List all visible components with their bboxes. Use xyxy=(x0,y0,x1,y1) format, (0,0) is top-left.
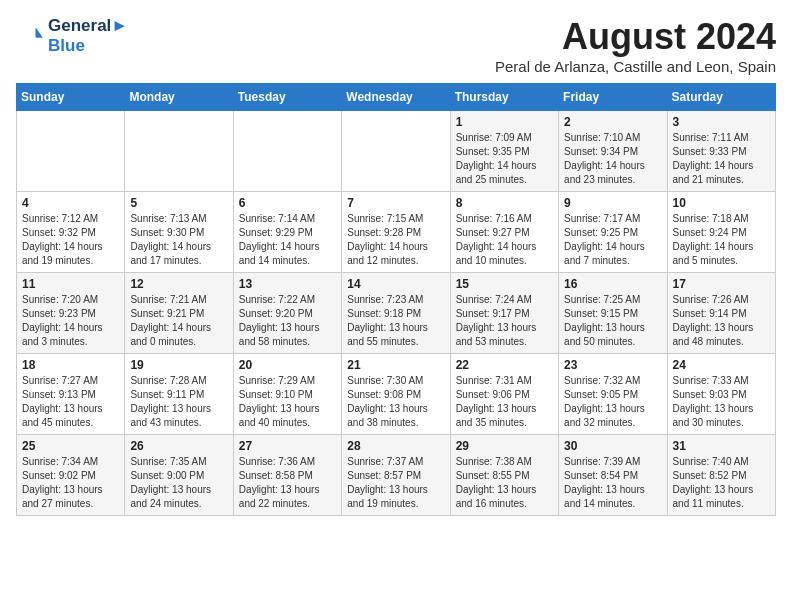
calendar-day: 7Sunrise: 7:15 AM Sunset: 9:28 PM Daylig… xyxy=(342,192,450,273)
day-number: 13 xyxy=(239,277,336,291)
calendar-day: 20Sunrise: 7:29 AM Sunset: 9:10 PM Dayli… xyxy=(233,354,341,435)
day-number: 28 xyxy=(347,439,444,453)
day-info: Sunrise: 7:22 AM Sunset: 9:20 PM Dayligh… xyxy=(239,293,336,349)
day-number: 5 xyxy=(130,196,227,210)
column-header-friday: Friday xyxy=(559,84,667,111)
day-number: 14 xyxy=(347,277,444,291)
page-header: General► Blue August 2024 Peral de Arlan… xyxy=(16,16,776,75)
day-info: Sunrise: 7:18 AM Sunset: 9:24 PM Dayligh… xyxy=(673,212,770,268)
day-info: Sunrise: 7:12 AM Sunset: 9:32 PM Dayligh… xyxy=(22,212,119,268)
column-header-wednesday: Wednesday xyxy=(342,84,450,111)
day-number: 26 xyxy=(130,439,227,453)
column-header-monday: Monday xyxy=(125,84,233,111)
column-header-tuesday: Tuesday xyxy=(233,84,341,111)
day-info: Sunrise: 7:36 AM Sunset: 8:58 PM Dayligh… xyxy=(239,455,336,511)
day-number: 25 xyxy=(22,439,119,453)
calendar-day: 16Sunrise: 7:25 AM Sunset: 9:15 PM Dayli… xyxy=(559,273,667,354)
logo-text: General► Blue xyxy=(48,16,128,56)
calendar-day: 2Sunrise: 7:10 AM Sunset: 9:34 PM Daylig… xyxy=(559,111,667,192)
calendar-week-4: 18Sunrise: 7:27 AM Sunset: 9:13 PM Dayli… xyxy=(17,354,776,435)
calendar-day: 13Sunrise: 7:22 AM Sunset: 9:20 PM Dayli… xyxy=(233,273,341,354)
calendar-day xyxy=(125,111,233,192)
calendar-day: 11Sunrise: 7:20 AM Sunset: 9:23 PM Dayli… xyxy=(17,273,125,354)
day-number: 30 xyxy=(564,439,661,453)
calendar-day: 23Sunrise: 7:32 AM Sunset: 9:05 PM Dayli… xyxy=(559,354,667,435)
calendar-day: 18Sunrise: 7:27 AM Sunset: 9:13 PM Dayli… xyxy=(17,354,125,435)
day-info: Sunrise: 7:28 AM Sunset: 9:11 PM Dayligh… xyxy=(130,374,227,430)
day-number: 9 xyxy=(564,196,661,210)
day-info: Sunrise: 7:40 AM Sunset: 8:52 PM Dayligh… xyxy=(673,455,770,511)
calendar-day: 4Sunrise: 7:12 AM Sunset: 9:32 PM Daylig… xyxy=(17,192,125,273)
calendar-day: 28Sunrise: 7:37 AM Sunset: 8:57 PM Dayli… xyxy=(342,435,450,516)
location-subtitle: Peral de Arlanza, Castille and Leon, Spa… xyxy=(495,58,776,75)
calendar-week-5: 25Sunrise: 7:34 AM Sunset: 9:02 PM Dayli… xyxy=(17,435,776,516)
column-header-saturday: Saturday xyxy=(667,84,775,111)
day-number: 11 xyxy=(22,277,119,291)
calendar-day: 22Sunrise: 7:31 AM Sunset: 9:06 PM Dayli… xyxy=(450,354,558,435)
column-header-sunday: Sunday xyxy=(17,84,125,111)
day-number: 16 xyxy=(564,277,661,291)
calendar-day: 31Sunrise: 7:40 AM Sunset: 8:52 PM Dayli… xyxy=(667,435,775,516)
day-info: Sunrise: 7:31 AM Sunset: 9:06 PM Dayligh… xyxy=(456,374,553,430)
day-number: 18 xyxy=(22,358,119,372)
day-number: 27 xyxy=(239,439,336,453)
calendar-day: 9Sunrise: 7:17 AM Sunset: 9:25 PM Daylig… xyxy=(559,192,667,273)
day-info: Sunrise: 7:29 AM Sunset: 9:10 PM Dayligh… xyxy=(239,374,336,430)
day-info: Sunrise: 7:14 AM Sunset: 9:29 PM Dayligh… xyxy=(239,212,336,268)
day-number: 8 xyxy=(456,196,553,210)
calendar-day: 25Sunrise: 7:34 AM Sunset: 9:02 PM Dayli… xyxy=(17,435,125,516)
day-number: 20 xyxy=(239,358,336,372)
day-number: 24 xyxy=(673,358,770,372)
day-info: Sunrise: 7:16 AM Sunset: 9:27 PM Dayligh… xyxy=(456,212,553,268)
calendar-day: 21Sunrise: 7:30 AM Sunset: 9:08 PM Dayli… xyxy=(342,354,450,435)
day-info: Sunrise: 7:38 AM Sunset: 8:55 PM Dayligh… xyxy=(456,455,553,511)
day-number: 31 xyxy=(673,439,770,453)
day-number: 1 xyxy=(456,115,553,129)
calendar-day: 3Sunrise: 7:11 AM Sunset: 9:33 PM Daylig… xyxy=(667,111,775,192)
day-number: 2 xyxy=(564,115,661,129)
day-number: 23 xyxy=(564,358,661,372)
day-number: 21 xyxy=(347,358,444,372)
calendar-day: 6Sunrise: 7:14 AM Sunset: 9:29 PM Daylig… xyxy=(233,192,341,273)
day-number: 19 xyxy=(130,358,227,372)
calendar-day: 29Sunrise: 7:38 AM Sunset: 8:55 PM Dayli… xyxy=(450,435,558,516)
day-info: Sunrise: 7:10 AM Sunset: 9:34 PM Dayligh… xyxy=(564,131,661,187)
calendar-day: 14Sunrise: 7:23 AM Sunset: 9:18 PM Dayli… xyxy=(342,273,450,354)
calendar-day: 26Sunrise: 7:35 AM Sunset: 9:00 PM Dayli… xyxy=(125,435,233,516)
calendar-day: 27Sunrise: 7:36 AM Sunset: 8:58 PM Dayli… xyxy=(233,435,341,516)
month-year-title: August 2024 xyxy=(495,16,776,58)
calendar-body: 1Sunrise: 7:09 AM Sunset: 9:35 PM Daylig… xyxy=(17,111,776,516)
day-number: 6 xyxy=(239,196,336,210)
day-info: Sunrise: 7:30 AM Sunset: 9:08 PM Dayligh… xyxy=(347,374,444,430)
calendar-day xyxy=(17,111,125,192)
day-info: Sunrise: 7:09 AM Sunset: 9:35 PM Dayligh… xyxy=(456,131,553,187)
calendar-day xyxy=(233,111,341,192)
svg-marker-2 xyxy=(36,28,43,38)
calendar-week-3: 11Sunrise: 7:20 AM Sunset: 9:23 PM Dayli… xyxy=(17,273,776,354)
calendar-header: SundayMondayTuesdayWednesdayThursdayFrid… xyxy=(17,84,776,111)
day-info: Sunrise: 7:39 AM Sunset: 8:54 PM Dayligh… xyxy=(564,455,661,511)
day-info: Sunrise: 7:33 AM Sunset: 9:03 PM Dayligh… xyxy=(673,374,770,430)
calendar-week-1: 1Sunrise: 7:09 AM Sunset: 9:35 PM Daylig… xyxy=(17,111,776,192)
day-number: 15 xyxy=(456,277,553,291)
day-number: 22 xyxy=(456,358,553,372)
day-info: Sunrise: 7:27 AM Sunset: 9:13 PM Dayligh… xyxy=(22,374,119,430)
calendar-day: 1Sunrise: 7:09 AM Sunset: 9:35 PM Daylig… xyxy=(450,111,558,192)
day-info: Sunrise: 7:32 AM Sunset: 9:05 PM Dayligh… xyxy=(564,374,661,430)
title-block: August 2024 Peral de Arlanza, Castille a… xyxy=(495,16,776,75)
day-info: Sunrise: 7:11 AM Sunset: 9:33 PM Dayligh… xyxy=(673,131,770,187)
day-info: Sunrise: 7:24 AM Sunset: 9:17 PM Dayligh… xyxy=(456,293,553,349)
day-info: Sunrise: 7:15 AM Sunset: 9:28 PM Dayligh… xyxy=(347,212,444,268)
logo-icon xyxy=(16,22,44,50)
calendar-day: 10Sunrise: 7:18 AM Sunset: 9:24 PM Dayli… xyxy=(667,192,775,273)
day-number: 7 xyxy=(347,196,444,210)
calendar-table: SundayMondayTuesdayWednesdayThursdayFrid… xyxy=(16,83,776,516)
day-info: Sunrise: 7:35 AM Sunset: 9:00 PM Dayligh… xyxy=(130,455,227,511)
column-header-thursday: Thursday xyxy=(450,84,558,111)
calendar-day: 12Sunrise: 7:21 AM Sunset: 9:21 PM Dayli… xyxy=(125,273,233,354)
day-number: 12 xyxy=(130,277,227,291)
day-info: Sunrise: 7:21 AM Sunset: 9:21 PM Dayligh… xyxy=(130,293,227,349)
day-info: Sunrise: 7:37 AM Sunset: 8:57 PM Dayligh… xyxy=(347,455,444,511)
day-number: 29 xyxy=(456,439,553,453)
day-info: Sunrise: 7:13 AM Sunset: 9:30 PM Dayligh… xyxy=(130,212,227,268)
